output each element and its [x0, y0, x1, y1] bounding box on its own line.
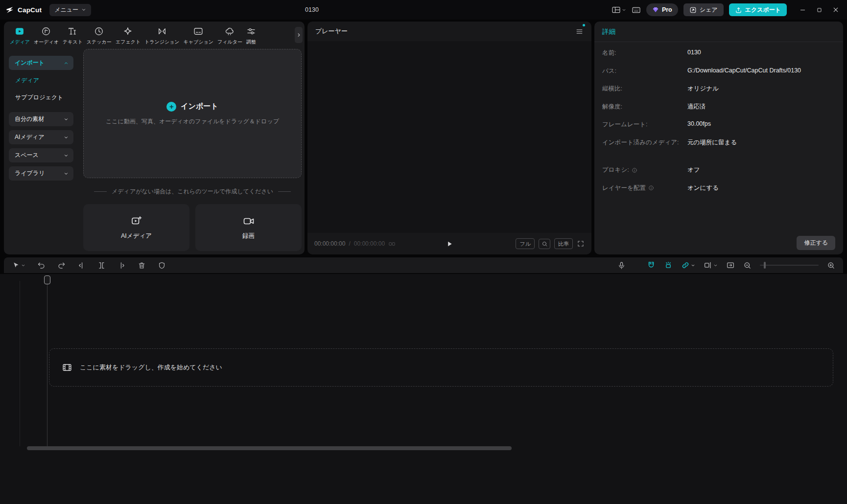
playhead-handle[interactable] — [44, 275, 50, 284]
export-label: エクスポート — [745, 6, 781, 14]
tab-transitions[interactable]: トランジション — [142, 25, 182, 46]
app-name: CapCut — [18, 6, 42, 14]
filter-icon — [225, 26, 235, 36]
ai-media-card[interactable]: AIメディア — [83, 204, 189, 251]
player-panel: プレーヤー 00:00:00:00 / 00:00:00:00 フル 比率 — [307, 22, 591, 254]
detail-value: オリジナル — [687, 85, 719, 93]
card-label: AIメディア — [121, 232, 152, 240]
link-clips-button[interactable] — [681, 261, 695, 270]
preview-axis-button[interactable] — [664, 261, 673, 270]
voiceover-mic-button[interactable] — [617, 261, 626, 270]
record-card[interactable]: 録画 — [195, 204, 302, 251]
tab-audio[interactable]: オーディオ — [32, 25, 61, 46]
tab-adjust[interactable]: 調整 — [244, 25, 258, 46]
sidebar-group-ai-media[interactable]: AIメディア — [9, 130, 73, 144]
sidebar-group-my-assets[interactable]: 自分の素材 — [9, 112, 73, 126]
detail-row: 縦横比: オリジナル — [602, 85, 835, 103]
shortcut-keys-button[interactable] — [632, 5, 641, 15]
detail-value: 30.00fps — [687, 120, 711, 127]
modify-button[interactable]: 修正する — [797, 236, 835, 250]
time-separator: / — [349, 240, 350, 247]
horizontal-scrollbar[interactable] — [27, 446, 512, 450]
pro-badge[interactable]: Pro — [646, 3, 678, 16]
tab-filters[interactable]: フィルター — [215, 25, 244, 46]
fullscreen-icon[interactable] — [577, 240, 585, 248]
detail-row-layer: レイヤーを配置 オンにする — [602, 184, 835, 202]
undo-button[interactable] — [37, 261, 46, 270]
more-tabs-button[interactable] — [295, 27, 303, 43]
media-sidebar: インポート メディア サブプロジェクト 自分の素材 AIメディ — [4, 48, 78, 254]
detail-value: オンにする — [687, 184, 719, 192]
zoom-out-button[interactable] — [743, 261, 752, 270]
delete-left-button[interactable] — [77, 261, 86, 270]
split-button[interactable] — [97, 261, 106, 270]
sidebar-item-subproject[interactable]: サブプロジェクト — [9, 89, 73, 106]
player-menu-icon[interactable] — [575, 27, 584, 36]
tab-text[interactable]: テキスト — [61, 25, 85, 46]
film-icon — [62, 363, 72, 372]
clip-select-button[interactable] — [704, 261, 718, 270]
delete-right-button[interactable] — [118, 261, 126, 270]
mask-shield-button[interactable] — [158, 261, 166, 270]
time-current: 00:00:00:00 — [314, 240, 345, 247]
chevron-down-icon — [64, 117, 69, 122]
timeline-toolbar — [4, 257, 843, 273]
share-button[interactable]: シェア — [683, 3, 724, 16]
full-button[interactable]: フル — [516, 238, 535, 249]
share-label: シェア — [700, 6, 718, 14]
sidebar-item-import[interactable]: インポート — [9, 56, 73, 70]
menu-button[interactable]: メニュー — [49, 4, 91, 16]
detail-label: レイヤーを配置 — [602, 184, 646, 192]
media-panel: メディア オーディオ テキスト ステッカー エフェクト — [4, 22, 305, 254]
sidebar-group-library[interactable]: ライブラリ — [9, 166, 73, 181]
media-icon — [15, 26, 24, 36]
link-icon — [681, 261, 690, 270]
app-logo: CapCut — [0, 6, 49, 14]
close-button[interactable] — [827, 0, 844, 20]
tools-hint-row: メディアがない場合は、これらのツールで作成してください — [83, 187, 302, 196]
player-controls: 00:00:00:00 / 00:00:00:00 フル 比率 — [307, 233, 591, 254]
sidebar-group-spaces[interactable]: スペース — [9, 148, 73, 162]
info-icon[interactable] — [632, 167, 637, 173]
tab-stickers[interactable]: ステッカー — [85, 25, 114, 46]
chevron-down-icon — [64, 135, 69, 140]
tab-media[interactable]: メディア — [8, 25, 32, 46]
tab-captions[interactable]: キャプション — [182, 25, 215, 46]
import-dropzone[interactable]: + インポート ここに動画、写真、オーディオのファイルをドラッグ＆ドロップ — [83, 49, 302, 178]
select-tool-button[interactable] — [12, 261, 25, 270]
track-header-divider — [20, 281, 20, 446]
play-button[interactable] — [446, 240, 454, 248]
tab-effects[interactable]: エフェクト — [114, 25, 142, 46]
maximize-button[interactable] — [811, 0, 827, 20]
delete-button[interactable] — [138, 261, 146, 270]
text-icon — [68, 26, 77, 36]
player-viewport[interactable] — [307, 41, 591, 233]
timeline[interactable]: ここに素材をドラッグし、作成を始めてください — [0, 274, 847, 504]
sidebar-item-label: メディア — [15, 77, 39, 84]
frame-step-icon[interactable] — [388, 240, 396, 248]
zoom-in-button[interactable] — [827, 261, 835, 270]
transition-icon — [157, 26, 167, 36]
zoom-fit-button[interactable] — [539, 239, 550, 249]
ratio-button[interactable]: 比率 — [554, 238, 573, 249]
sidebar-item-media[interactable]: メディア — [9, 72, 73, 89]
capcut-logo-icon — [6, 6, 14, 14]
adapt-timeline-button[interactable] — [726, 261, 735, 270]
detail-row: フレームレート: 30.00fps — [602, 120, 835, 138]
detail-value: 適応済 — [687, 103, 706, 111]
chevron-right-icon — [296, 32, 302, 38]
detail-label: 名前: — [602, 49, 687, 57]
divider — [278, 191, 291, 192]
info-icon[interactable] — [648, 185, 654, 191]
chevron-down-icon — [713, 263, 718, 268]
timeline-drop-hint[interactable]: ここに素材をドラッグし、作成を始めてください — [49, 348, 833, 387]
sidebar-item-label: インポート — [15, 59, 45, 67]
timeline-zoom-slider[interactable] — [760, 265, 819, 266]
magnet-snap-button[interactable] — [647, 261, 656, 270]
slider-handle[interactable] — [764, 262, 766, 269]
redo-button[interactable] — [57, 261, 66, 270]
detail-value: オフ — [687, 166, 700, 174]
minimize-button[interactable] — [794, 0, 811, 20]
export-button[interactable]: エクスポート — [729, 3, 787, 16]
layout-switch-button[interactable] — [612, 5, 626, 15]
